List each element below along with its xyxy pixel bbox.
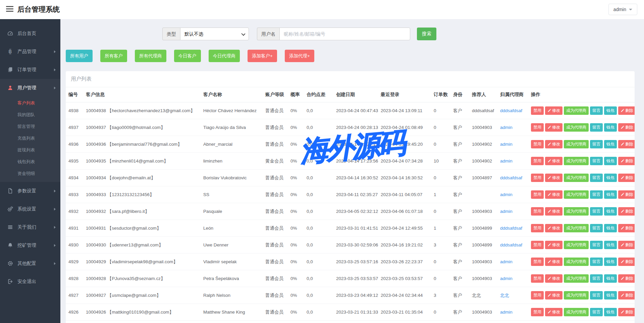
sidebar-item-home[interactable]: 后台首页 <box>0 25 60 43</box>
row-action-become-agent-button[interactable]: 成为代理商 <box>564 140 589 148</box>
row-action-message-button[interactable]: 留言 <box>590 174 603 182</box>
row-action-edit-button[interactable]: 修改 <box>545 140 562 148</box>
agent-link[interactable]: admin <box>500 209 513 214</box>
row-action-wallet-button[interactable]: 钱包 <box>604 308 617 316</box>
row-action-message-button[interactable]: 留言 <box>590 123 603 132</box>
row-action-delete-button[interactable]: 删除 <box>618 258 635 266</box>
row-action-edit-button[interactable]: 修改 <box>545 308 562 316</box>
row-action-delete-button[interactable]: 删除 <box>618 274 635 283</box>
username-input[interactable] <box>279 28 410 40</box>
row-action-wallet-button[interactable]: 钱包 <box>604 123 617 132</box>
row-action-edit-button[interactable]: 修改 <box>545 207 562 216</box>
row-action-wallet-button[interactable]: 钱包 <box>604 207 617 216</box>
row-action-wallet-button[interactable]: 钱包 <box>604 258 617 266</box>
row-action-wallet-button[interactable]: 钱包 <box>604 291 617 299</box>
row-action-delete-button[interactable]: 删除 <box>618 190 635 199</box>
row-action-disable-button[interactable]: 禁用 <box>531 123 544 132</box>
row-action-message-button[interactable]: 留言 <box>590 258 603 266</box>
row-action-disable-button[interactable]: 禁用 <box>531 106 544 115</box>
row-action-disable-button[interactable]: 禁用 <box>531 224 544 232</box>
row-action-edit-button[interactable]: 修改 <box>545 274 562 283</box>
row-action-message-button[interactable]: 留言 <box>590 308 603 316</box>
sidebar-item-users[interactable]: 用户管理 <box>0 79 60 97</box>
row-action-delete-button[interactable]: 删除 <box>618 174 635 182</box>
row-action-disable-button[interactable]: 禁用 <box>531 140 544 148</box>
row-action-message-button[interactable]: 留言 <box>590 207 603 216</box>
agent-link[interactable]: dddsafdsaf <box>500 242 522 247</box>
row-action-edit-button[interactable]: 修改 <box>545 241 562 249</box>
row-action-disable-button[interactable]: 禁用 <box>531 241 544 249</box>
row-action-delete-button[interactable]: 删除 <box>618 224 635 232</box>
sidebar-subitem-message-mgmt[interactable]: 留言管理 <box>0 121 60 132</box>
sidebar-item-about[interactable]: 关于我们 <box>0 218 60 236</box>
sidebar-item-system[interactable]: 系统设置 <box>0 200 60 218</box>
row-action-become-agent-button[interactable]: 成为代理商 <box>564 174 589 182</box>
row-action-wallet-button[interactable]: 钱包 <box>604 157 617 165</box>
sidebar-item-orders[interactable]: 订单管理 <box>0 61 60 79</box>
agent-link[interactable]: 北北 <box>500 293 509 298</box>
add-agent-button[interactable]: 添加代理+ <box>285 50 314 62</box>
sidebar-item-other[interactable]: 其他配置 <box>0 255 60 273</box>
row-action-disable-button[interactable]: 禁用 <box>531 258 544 266</box>
row-action-disable-button[interactable]: 禁用 <box>531 207 544 216</box>
row-action-edit-button[interactable]: 修改 <box>545 190 562 199</box>
row-action-message-button[interactable]: 留言 <box>590 140 603 148</box>
row-action-delete-button[interactable]: 删除 <box>618 207 635 216</box>
sidebar-subitem-withdraw-list[interactable]: 提现列表 <box>0 144 60 156</box>
row-action-wallet-button[interactable]: 钱包 <box>604 274 617 283</box>
row-action-disable-button[interactable]: 禁用 <box>531 174 544 182</box>
today-customers-button[interactable]: 今日客户 <box>174 50 201 62</box>
row-action-message-button[interactable]: 留言 <box>590 157 603 165</box>
row-action-edit-button[interactable]: 修改 <box>545 258 562 266</box>
sidebar-item-products[interactable]: B产品管理 <box>0 43 60 61</box>
search-button[interactable]: 搜索 <box>417 28 436 40</box>
row-action-delete-button[interactable]: 删除 <box>618 157 635 165</box>
row-action-edit-button[interactable]: 修改 <box>545 106 562 115</box>
row-action-wallet-button[interactable]: 钱包 <box>604 174 617 182</box>
agent-link[interactable]: dddsafdsaf <box>500 175 522 180</box>
row-action-disable-button[interactable]: 禁用 <box>531 190 544 199</box>
row-action-become-agent-button[interactable]: 成为代理商 <box>564 308 589 316</box>
row-action-disable-button[interactable]: 禁用 <box>531 291 544 299</box>
all-customers-button[interactable]: 所有客户 <box>100 50 127 62</box>
row-action-delete-button[interactable]: 删除 <box>618 140 635 148</box>
sidebar-subitem-my-team[interactable]: 我的团队 <box>0 109 60 121</box>
row-action-wallet-button[interactable]: 钱包 <box>604 241 617 249</box>
sidebar-item-logout[interactable]: 安全退出 <box>0 273 60 291</box>
add-customer-button[interactable]: 添加客户+ <box>248 50 277 62</box>
agent-link[interactable]: admin <box>500 142 513 147</box>
agent-link[interactable]: admin <box>500 276 513 281</box>
row-action-become-agent-button[interactable]: 成为代理商 <box>564 224 589 232</box>
row-action-wallet-button[interactable]: 钱包 <box>604 106 617 115</box>
row-action-wallet-button[interactable]: 钱包 <box>604 190 617 199</box>
row-action-become-agent-button[interactable]: 成为代理商 <box>564 207 589 216</box>
row-action-become-agent-button[interactable]: 成为代理商 <box>564 258 589 266</box>
row-action-delete-button[interactable]: 删除 <box>618 308 635 316</box>
row-action-delete-button[interactable]: 删除 <box>618 123 635 132</box>
sidebar-item-params[interactable]: 参数设置 <box>0 182 60 200</box>
row-action-disable-button[interactable]: 禁用 <box>531 157 544 165</box>
row-action-become-agent-button[interactable]: 成为代理商 <box>564 291 589 299</box>
sidebar-subitem-funds-detail[interactable]: 资金明细 <box>0 168 60 179</box>
row-action-message-button[interactable]: 留言 <box>590 190 603 199</box>
row-action-edit-button[interactable]: 修改 <box>545 224 562 232</box>
row-action-disable-button[interactable]: 禁用 <box>531 308 544 316</box>
row-action-become-agent-button[interactable]: 成为代理商 <box>564 190 589 199</box>
row-action-disable-button[interactable]: 禁用 <box>531 274 544 283</box>
row-action-message-button[interactable]: 留言 <box>590 106 603 115</box>
row-action-edit-button[interactable]: 修改 <box>545 174 562 182</box>
all-agents-button[interactable]: 所有代理商 <box>135 50 166 62</box>
sidebar-subitem-customer-list[interactable]: 客户列表 <box>0 97 60 109</box>
row-action-become-agent-button[interactable]: 成为代理商 <box>564 241 589 249</box>
type-select[interactable]: 默认不选 <box>180 28 249 40</box>
agent-link[interactable]: dddsafdsaf <box>500 108 522 113</box>
sidebar-item-mining[interactable]: 挖矿管理 <box>0 236 60 255</box>
row-action-edit-button[interactable]: 修改 <box>545 291 562 299</box>
row-action-become-agent-button[interactable]: 成为代理商 <box>564 274 589 283</box>
today-agents-button[interactable]: 今日代理商 <box>209 50 240 62</box>
admin-dropdown[interactable]: admin <box>608 4 637 15</box>
sidebar-subitem-recharge-list[interactable]: 充值列表 <box>0 132 60 144</box>
row-action-message-button[interactable]: 留言 <box>590 241 603 249</box>
agent-link[interactable]: admin <box>500 158 513 164</box>
row-action-become-agent-button[interactable]: 成为代理商 <box>564 157 589 165</box>
